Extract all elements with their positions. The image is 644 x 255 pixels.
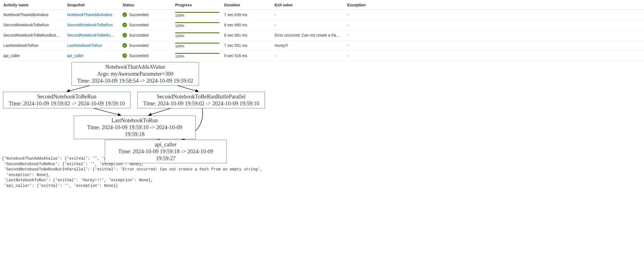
dag-node-notebookthataddsavalue: NotebookThatAddsAValue Args: myAwesomePa… [71,62,199,86]
table-row: NotebookThatAddsAValueNotebookThatAddsAV… [0,10,644,20]
cell-activity: NotebookThatAddsAValue [0,10,64,20]
cell-progress: 100% [172,10,221,20]
cell-duration: 7 sec 551 ms [221,40,271,51]
table-row: SecondNotebookToBeRunButInParallelSecond… [0,30,644,40]
cell-duration: 9 sec 516 ms [221,51,271,61]
cell-exception: - [344,20,644,30]
node-time: Time: 2024-10-09 19:59:18 -> 2024-10-09 … [108,148,224,162]
status-text: Succeeded [129,53,149,58]
cell-snapshot: SecondNotebookToBeRun [64,20,119,30]
dag-node-apicaller: api_caller Time: 2024-10-09 19:59:18 -> … [105,140,227,163]
cell-activity: SecondNotebookToBeRunButInParallel [0,30,64,40]
cell-duration: 7 sec 639 ms [221,10,271,20]
node-time: Time: 2024-10-09 19:59:02 -> 2024-10-09 … [140,100,262,107]
header-exit[interactable]: Exit value [271,0,344,10]
node-title: SecondNotebookToBeRun [6,93,127,100]
snapshot-link[interactable]: api_caller [67,53,84,58]
header-progress[interactable]: Progress [172,0,221,10]
status-text: Succeeded [129,43,149,48]
header-duration[interactable]: Duration [221,0,271,10]
cell-progress: 100% [172,51,221,61]
progress-text: 100% [175,24,218,28]
dag-node-secondnotebooktoberunbutinparallel: SecondNotebookToBeRunButInParallel Time:… [137,92,265,108]
status-text: Succeeded [129,33,149,37]
cell-exit: - [271,20,344,30]
cell-status: Succeeded [119,51,172,61]
progress-bar [175,12,219,13]
snapshot-link[interactable]: SecondNotebookToBeRunButInParallel [67,33,119,37]
cell-activity: api_caller [0,51,64,61]
node-title: SecondNotebookToBeRunButInParallel [140,93,262,100]
cell-progress: 100% [172,40,221,51]
cell-activity: LastNotebookToRun [0,40,64,51]
table-row: api_callerapi_callerSucceeded100%9 sec 5… [0,51,644,61]
progress-bar [175,43,219,44]
success-icon [122,33,127,37]
progress-text: 100% [175,54,218,58]
table-row: SecondNotebookToBeRunSecondNotebookToBeR… [0,20,644,30]
cell-exit: Error occurred: Can not create a Path fr… [271,30,344,40]
cell-progress: 100% [172,30,221,40]
cell-exit: - [271,51,344,61]
snapshot-link[interactable]: SecondNotebookToBeRun [67,23,113,27]
cell-exception: - [344,10,644,20]
cell-snapshot: api_caller [64,51,119,61]
cell-exception: - [344,40,644,51]
cell-exception: - [344,51,644,61]
cell-status: Succeeded [119,10,172,20]
cell-snapshot: LastNotebookToRun [64,40,119,51]
activity-table: Activity name Snapshot Status Progress D… [0,0,644,61]
node-time: Time: 2024-10-09 19:59:02 -> 2024-10-09 … [6,100,127,107]
pipeline-dag: NotebookThatAddsAValue Args: myAwesomePa… [2,62,268,155]
header-exception[interactable]: Exception [344,0,644,10]
cell-exit: - [271,10,344,20]
cell-exit: Hurey!!! [271,40,344,51]
progress-text: 100% [175,34,218,38]
progress-text: 100% [175,13,218,17]
header-snapshot[interactable]: Snapshot [64,0,119,10]
node-title: api_caller [108,141,224,148]
success-icon [122,43,127,48]
cell-exception: - [344,30,644,40]
node-time: Time: 2024-10-09 19:58:54 -> 2024-10-09 … [75,77,196,84]
node-title: NotebookThatAddsAValue [75,63,196,70]
node-time: Time: 2024-10-09 19:59:10 -> 2024-10-09 … [77,124,193,138]
progress-bar [175,22,219,23]
status-text: Succeeded [129,23,149,27]
header-status[interactable]: Status [119,0,172,10]
success-icon [122,53,127,58]
table-row: LastNotebookToRunLastNotebookToRunSuccee… [0,40,644,51]
dag-node-secondnotebooktoberun: SecondNotebookToBeRun Time: 2024-10-09 1… [3,92,131,108]
cell-duration: 8 sec 660 ms [221,20,271,30]
cell-activity: SecondNotebookToBeRun [0,20,64,30]
cell-snapshot: SecondNotebookToBeRunButInParallel [64,30,119,40]
output-dump: {'NotebookThatAddsAValue': {'exitVal': '… [0,155,644,192]
success-icon [122,23,127,27]
snapshot-link[interactable]: LastNotebookToRun [67,43,102,48]
cell-duration: 8 sec 661 ms [221,30,271,40]
progress-bar [175,32,219,33]
header-activity[interactable]: Activity name [0,0,64,10]
node-args: Args: myAwesomeParameter=300 [75,70,196,77]
node-title: LastNotebookToRun [77,117,193,124]
progress-text: 100% [175,44,218,48]
dag-node-lastnotebooktorun: LastNotebookToRun Time: 2024-10-09 19:59… [74,116,196,139]
cell-progress: 100% [172,20,221,30]
snapshot-link[interactable]: NotebookThatAddsAValue [67,12,112,17]
cell-snapshot: NotebookThatAddsAValue [64,10,119,20]
cell-status: Succeeded [119,40,172,51]
progress-bar [175,53,219,54]
table-header-row: Activity name Snapshot Status Progress D… [0,0,644,10]
success-icon [122,12,127,17]
cell-status: Succeeded [119,20,172,30]
cell-status: Succeeded [119,30,172,40]
status-text: Succeeded [129,12,149,17]
